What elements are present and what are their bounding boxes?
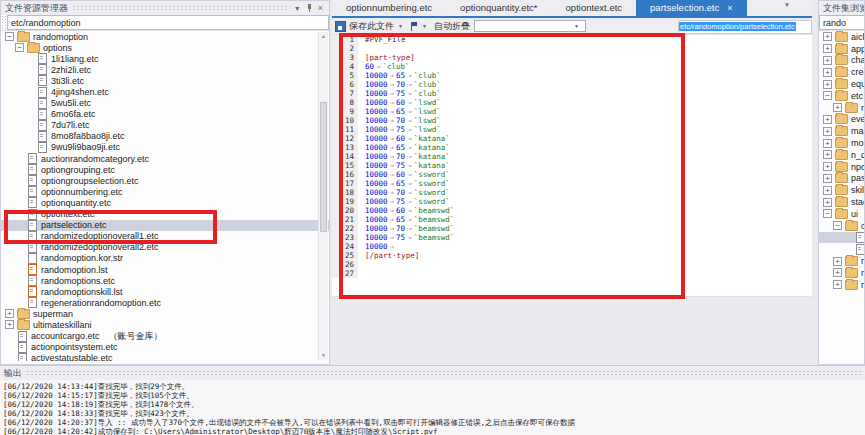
- flag-dropdown-icon[interactable]: ▼: [422, 23, 427, 29]
- tree-row-randomoption[interactable]: −randomoption: [1, 31, 329, 42]
- expand-icon[interactable]: +: [823, 80, 832, 89]
- tree-row-optiongrouping-etc[interactable]: optiongrouping.etc: [1, 164, 329, 175]
- tree-row-randomoption-kor-str[interactable]: randomoption.kor.str: [1, 253, 329, 264]
- file-tree-scrollbar[interactable]: ▲ ▼: [318, 32, 328, 360]
- tab-optionquantity-etc-[interactable]: optionquantity.etc*: [446, 0, 551, 16]
- tree-row-1li1liang-etc[interactable]: 1li1liang.etc: [1, 53, 329, 64]
- file-path-field[interactable]: etc/randomoption/partselection.etc: [678, 20, 812, 34]
- tree-row-chara[interactable]: +chara: [819, 55, 864, 67]
- tree-row-4jing4shen-etc[interactable]: 4jing4shen.etc: [1, 86, 329, 97]
- tree-row-randomizedoptionoverall2-etc[interactable]: randomizedoptionoverall2.etc: [1, 242, 329, 253]
- close-panel-icon[interactable]: ×: [316, 3, 325, 13]
- tree-row-ra[interactable]: +ra: [819, 255, 864, 267]
- tab-partselection-etc[interactable]: partselection.etc×: [636, 0, 746, 16]
- code-editor[interactable]: 1#PVF_File23[part·type]460→`club`510000→…: [332, 35, 812, 297]
- expand-icon[interactable]: +: [823, 139, 832, 148]
- tree-row[interactable]: [819, 232, 864, 244]
- tree-row-stacka[interactable]: +stacka: [819, 196, 864, 208]
- tree-row-actionpointsystem-etc[interactable]: actionpointsystem.etc: [1, 342, 329, 353]
- expand-icon[interactable]: +: [833, 280, 842, 289]
- tree-row-map[interactable]: +map: [819, 125, 864, 137]
- expand-icon[interactable]: +: [823, 186, 832, 195]
- pin-icon[interactable]: [307, 4, 312, 12]
- flag-icon[interactable]: [411, 22, 418, 31]
- tree-row-6mo6fa-etc[interactable]: 6mo6fa.etc: [1, 109, 329, 120]
- expand-icon[interactable]: +: [823, 56, 832, 65]
- tree-row-mons[interactable]: +mons: [819, 137, 864, 149]
- expand-icon[interactable]: +: [823, 68, 832, 77]
- expand-icon[interactable]: +: [823, 127, 832, 136]
- tree-row-co[interactable]: −co: [819, 220, 864, 232]
- tree-row-2zhi2li-etc[interactable]: 2zhi2li.etc: [1, 64, 329, 75]
- tree-row-regenerationrandomoption-etc[interactable]: regenerationrandomoption.etc: [1, 297, 329, 308]
- tree-row-auctionrandomcategory-etc[interactable]: auctionrandomcategory.etc: [1, 153, 329, 164]
- tree-row[interactable]: [819, 243, 864, 255]
- expand-icon[interactable]: +: [823, 115, 832, 124]
- tree-row-superman[interactable]: +superman: [1, 308, 329, 319]
- quick-jump-combobox[interactable]: ▼: [474, 20, 586, 32]
- tree-row-creatu[interactable]: +creatu: [819, 66, 864, 78]
- tree-row-aicha[interactable]: +aicha: [819, 31, 864, 43]
- collapse-icon[interactable]: −: [833, 221, 842, 230]
- tree-row-ra[interactable]: +ra: [819, 102, 864, 114]
- expand-icon[interactable]: +: [823, 198, 832, 207]
- tree-row-8mo8fa8bao8ji-etc[interactable]: 8mo8fa8bao8ji.etc: [1, 131, 329, 142]
- tree-item-label: optiongrouping.etc: [41, 165, 115, 175]
- tree-row-randomizedoptionoverall1-etc[interactable]: randomizedoptionoverall1.etc: [1, 231, 329, 242]
- tree-row-9wu9li9bao9ji-etc[interactable]: 9wu9li9bao9ji.etc: [1, 142, 329, 153]
- tree-row-event[interactable]: +event: [819, 114, 864, 126]
- expand-icon[interactable]: +: [5, 320, 14, 329]
- search-input[interactable]: [819, 15, 865, 30]
- expand-icon[interactable]: +: [833, 103, 842, 112]
- close-tab-icon[interactable]: ×: [727, 0, 732, 16]
- save-dropdown-icon[interactable]: ▼: [398, 23, 403, 29]
- scroll-up-icon[interactable]: ▲: [319, 32, 328, 41]
- auto-fold-button[interactable]: 自动折叠: [434, 20, 470, 33]
- path-filter-input[interactable]: [7, 15, 329, 30]
- window-menu-icon[interactable]: ▼: [292, 5, 303, 12]
- tree-row-optionquantity-etc[interactable]: optionquantity.etc: [1, 197, 329, 208]
- tree-row-accountcargo-etc-[interactable]: accountcargo.etc （账号金库）: [1, 331, 329, 342]
- collapse-icon[interactable]: −: [5, 32, 14, 41]
- expand-icon[interactable]: +: [823, 150, 832, 159]
- tree-row-optiontext-etc[interactable]: optiontext.etc: [1, 209, 329, 220]
- tree-row-ra[interactable]: +ra: [819, 279, 864, 291]
- expand-icon[interactable]: +: [833, 268, 842, 277]
- combobox-arrow-icon[interactable]: ▼: [574, 23, 579, 29]
- tree-row-ra[interactable]: +ra: [819, 267, 864, 279]
- tab-optiontext-etc[interactable]: optiontext.etc: [552, 0, 637, 16]
- expand-icon[interactable]: +: [823, 174, 832, 183]
- expand-icon[interactable]: +: [5, 309, 14, 318]
- collapse-icon[interactable]: −: [823, 209, 832, 218]
- expand-icon[interactable]: +: [823, 162, 832, 171]
- tree-row-options[interactable]: −options: [1, 42, 329, 53]
- tree-row-optiongroupselection-etc[interactable]: optiongroupselection.etc: [1, 175, 329, 186]
- expand-icon[interactable]: +: [823, 44, 832, 53]
- tree-row-npc[interactable]: +npc: [819, 161, 864, 173]
- scrollbar-thumb[interactable]: [320, 102, 327, 232]
- tree-row-optionnumbering-etc[interactable]: optionnumbering.etc: [1, 186, 329, 197]
- save-file-button[interactable]: 保存此文件: [349, 20, 394, 33]
- collapse-icon[interactable]: −: [823, 91, 832, 100]
- tree-row-randomoption-lst[interactable]: randomoption.lst: [1, 264, 329, 275]
- collapse-icon[interactable]: −: [15, 43, 24, 52]
- tree-row-skill[interactable]: +skill: [819, 184, 864, 196]
- tree-row-ui[interactable]: −ui: [819, 208, 864, 220]
- expand-icon[interactable]: +: [823, 32, 832, 41]
- tree-row-3ti3li-etc[interactable]: 3ti3li.etc: [1, 75, 329, 86]
- tree-row-5wu5li-etc[interactable]: 5wu5li.etc: [1, 98, 329, 109]
- expand-icon[interactable]: +: [833, 257, 842, 266]
- tree-row-n-que[interactable]: +n_que: [819, 149, 864, 161]
- tab-optionnumbering-etc[interactable]: optionnumbering.etc: [332, 0, 446, 16]
- tree-row-partselection-etc[interactable]: partselection.etc: [1, 220, 329, 231]
- tree-row-randomoptions-etc[interactable]: randomoptions.etc: [1, 275, 329, 286]
- tree-row-etc[interactable]: −etc: [819, 90, 864, 102]
- tree-row-equip[interactable]: +equip: [819, 78, 864, 90]
- tab-overflow-icon[interactable]: ▼: [784, 2, 790, 8]
- tree-row-appen[interactable]: +appen: [819, 43, 864, 55]
- tree-row-passi[interactable]: +passi: [819, 173, 864, 185]
- scroll-down-icon[interactable]: ▼: [319, 351, 328, 360]
- tree-row-randomoptionskill-lst[interactable]: randomoptionskill.lst: [1, 286, 329, 297]
- tree-row-activestatustable-etc[interactable]: activestatustable.etc: [1, 353, 329, 361]
- tree-row-7du7li-etc[interactable]: 7du7li.etc: [1, 120, 329, 131]
